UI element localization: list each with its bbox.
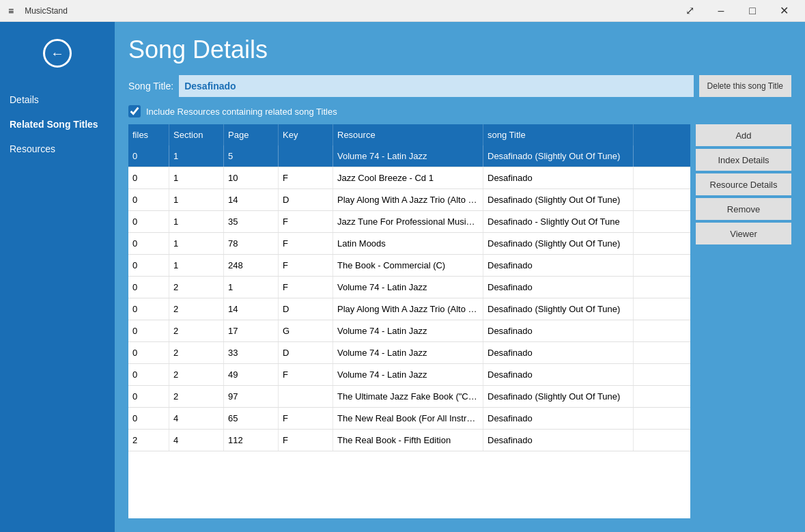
- minimize-button[interactable]: –: [705, 0, 737, 22]
- table-body: 0 1 5 Volume 74 - Latin Jazz Desafinado …: [128, 145, 690, 518]
- cell-song-title: Desafinado (Slightly Out Of Tune): [483, 298, 634, 320]
- cell-resource: Play Along With A Jazz Trio (Alto Sax): [333, 298, 483, 320]
- cell-song-title: Desafinado: [483, 255, 634, 276]
- cell-song-title: Desafinado: [483, 364, 634, 385]
- cell-resource: The Real Book - Fifth Edition: [333, 430, 483, 451]
- song-title-row: Song Title: Delete this song Title: [128, 75, 791, 97]
- cell-resource: The Book - Commercial (C): [333, 255, 483, 276]
- cell-files: 0: [128, 189, 169, 210]
- cell-page: 78: [224, 233, 279, 254]
- page-title: Song Details: [128, 36, 791, 64]
- cell-page: 248: [224, 255, 279, 276]
- cell-page: 10: [224, 167, 279, 188]
- sidebar: ← Details Related Song Titles Resources: [0, 22, 115, 532]
- hamburger-icon[interactable]: ≡: [5, 3, 16, 19]
- table-row[interactable]: 0 2 14 D Play Along With A Jazz Trio (Al…: [128, 298, 690, 320]
- back-button[interactable]: ←: [40, 36, 75, 71]
- col-page: Page: [224, 124, 279, 145]
- cell-section: 1: [169, 167, 224, 188]
- sidebar-item-resources[interactable]: Resources: [0, 137, 115, 161]
- viewer-button[interactable]: Viewer: [696, 223, 791, 244]
- song-title-label: Song Title:: [128, 81, 173, 92]
- table-row[interactable]: 0 2 1 F Volume 74 - Latin Jazz Desafinad…: [128, 277, 690, 298]
- table-row[interactable]: 0 1 5 Volume 74 - Latin Jazz Desafinado …: [128, 145, 690, 167]
- cell-files: 0: [128, 233, 169, 254]
- delete-song-title-button[interactable]: Delete this song Title: [699, 75, 791, 97]
- cell-section: 2: [169, 386, 224, 407]
- resource-details-button[interactable]: Resource Details: [696, 173, 791, 195]
- cell-section: 4: [169, 430, 224, 451]
- cell-song-title: Desafinado (Slightly Out Of Tune): [483, 145, 634, 167]
- cell-files: 0: [128, 277, 169, 298]
- cell-files: 0: [128, 386, 169, 407]
- cell-section: 2: [169, 298, 224, 320]
- cell-song-title: Desafinado - Slightly Out Of Tune: [483, 211, 634, 232]
- cell-resource: Volume 74 - Latin Jazz: [333, 145, 483, 167]
- cell-resource: Volume 74 - Latin Jazz: [333, 277, 483, 298]
- app-container: ← Details Related Song Titles Resources …: [0, 22, 805, 532]
- cell-page: 1: [224, 277, 279, 298]
- remove-button[interactable]: Remove: [696, 198, 791, 220]
- col-files: files: [128, 124, 169, 145]
- table-row[interactable]: 0 1 78 F Latin Moods Desafinado (Slightl…: [128, 233, 690, 255]
- table-row[interactable]: 0 1 248 F The Book - Commercial (C) Desa…: [128, 255, 690, 277]
- cell-page: 5: [224, 145, 279, 167]
- cell-key: F: [279, 277, 333, 298]
- close-button[interactable]: ✕: [768, 0, 800, 22]
- table-header: files Section Page Key Resource song Tit…: [128, 124, 690, 145]
- col-resource: Resource: [333, 124, 483, 145]
- cell-resource: Latin Moods: [333, 233, 483, 254]
- window-controls: ⤢ – □ ✕: [674, 0, 800, 22]
- cell-page: 65: [224, 408, 279, 429]
- table-row[interactable]: 0 1 10 F Jazz Cool Breeze - Cd 1 Desafin…: [128, 167, 690, 189]
- table-row[interactable]: 0 2 97 The Ultimate Jazz Fake Book ("C" …: [128, 386, 690, 408]
- title-bar: ≡ MusicStand ⤢ – □ ✕: [0, 0, 805, 22]
- cell-song-title: Desafinado (Slightly Out Of Tune): [483, 386, 634, 407]
- maximize-button[interactable]: □: [737, 0, 768, 22]
- table-row[interactable]: 0 1 14 D Play Along With A Jazz Trio (Al…: [128, 189, 690, 211]
- cell-song-title: Desafinado: [483, 277, 634, 298]
- cell-key: F: [279, 430, 333, 451]
- cell-section: 2: [169, 277, 224, 298]
- col-key: Key: [279, 124, 333, 145]
- cell-key: D: [279, 298, 333, 320]
- sidebar-item-related-song-titles[interactable]: Related Song Titles: [0, 112, 115, 137]
- song-title-input[interactable]: [179, 75, 693, 97]
- resize-button[interactable]: ⤢: [674, 0, 705, 22]
- add-button[interactable]: Add: [696, 124, 791, 146]
- cell-resource: Volume 74 - Latin Jazz: [333, 320, 483, 341]
- app-title: MusicStand: [25, 6, 68, 16]
- cell-page: 35: [224, 211, 279, 232]
- table-row[interactable]: 2 4 112 F The Real Book - Fifth Edition …: [128, 430, 690, 451]
- table-row[interactable]: 0 2 49 F Volume 74 - Latin Jazz Desafina…: [128, 364, 690, 386]
- cell-files: 0: [128, 320, 169, 341]
- cell-section: 2: [169, 320, 224, 341]
- cell-files: 0: [128, 211, 169, 232]
- cell-page: 17: [224, 320, 279, 341]
- include-checkbox[interactable]: [128, 105, 141, 117]
- table-row[interactable]: 0 4 65 F The New Real Book (For All Inst…: [128, 408, 690, 430]
- index-details-button[interactable]: Index Details: [696, 149, 791, 171]
- cell-files: 0: [128, 167, 169, 188]
- cell-key: D: [279, 342, 333, 363]
- sidebar-item-details[interactable]: Details: [0, 87, 115, 112]
- cell-section: 1: [169, 145, 224, 167]
- table-area: files Section Page Key Resource song Tit…: [128, 124, 791, 518]
- table-row[interactable]: 0 2 17 G Volume 74 - Latin Jazz Desafina…: [128, 320, 690, 342]
- cell-song-title: Desafinado: [483, 320, 634, 341]
- cell-page: 33: [224, 342, 279, 363]
- cell-resource: Volume 74 - Latin Jazz: [333, 342, 483, 363]
- cell-files: 0: [128, 342, 169, 363]
- cell-song-title: Desafinado (Slightly Out Of Tune): [483, 233, 634, 254]
- cell-song-title: Desafinado: [483, 408, 634, 429]
- include-label: Include Resources containing related son…: [146, 107, 337, 117]
- data-table: files Section Page Key Resource song Tit…: [128, 124, 690, 518]
- cell-resource: Jazz Tune For Professional Musician: [333, 211, 483, 232]
- table-row[interactable]: 0 1 35 F Jazz Tune For Professional Musi…: [128, 211, 690, 233]
- title-bar-left: ≡ MusicStand: [5, 3, 674, 19]
- cell-song-title: Desafinado (Slightly Out Of Tune): [483, 189, 634, 210]
- table-row[interactable]: 0 2 33 D Volume 74 - Latin Jazz Desafina…: [128, 342, 690, 364]
- main-content: Song Details Song Title: Delete this son…: [115, 22, 805, 532]
- col-section: Section: [169, 124, 224, 145]
- cell-key: F: [279, 408, 333, 429]
